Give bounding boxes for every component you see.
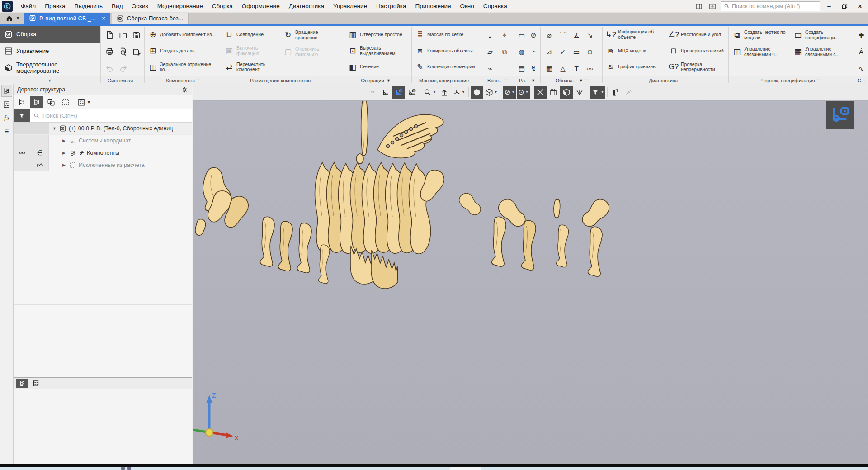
menu-management[interactable]: Управление [329, 0, 372, 12]
save-icon[interactable] [131, 29, 142, 41]
tree-numbered-view-icon[interactable] [15, 96, 29, 108]
enable-fixation-button[interactable]: ▣Включить фиксацию [223, 43, 281, 59]
toolbar-drag-handle[interactable]: ⠿ [366, 86, 379, 99]
tree-row-components[interactable]: ∈ ▶ Компоненты [14, 147, 192, 159]
create-part-button[interactable]: ⊞Создать деталь [146, 43, 219, 59]
curvature-graph-button[interactable]: ≋График кривизны [604, 59, 666, 75]
minimize-button[interactable]: – [823, 1, 835, 12]
notation-frame-icon[interactable]: ▭ [571, 46, 582, 58]
object-info-button[interactable]: ↳?Информация об объекте [604, 27, 666, 43]
display-wireframe-icon[interactable]: ▼ [484, 86, 499, 99]
mode-solid-modeling[interactable]: Твердотельное моделирование [0, 59, 100, 76]
tab-close-icon[interactable]: × [102, 15, 105, 22]
zoom-mode-icon[interactable]: ▼ [422, 86, 438, 99]
notation-leader-icon[interactable]: ↘ [584, 29, 596, 41]
notation-cylinder-icon[interactable]: ⌀ [543, 29, 555, 41]
aux-plane-offset-icon[interactable]: ⧉ [499, 46, 510, 58]
grid-array-button[interactable]: ⠿Массив по сетке [414, 27, 476, 43]
restore-button[interactable] [838, 1, 851, 12]
tree-display-options-icon[interactable]: ▼ [77, 96, 91, 108]
tree-structure-view-icon[interactable] [30, 96, 43, 108]
create-spec-button[interactable]: ▤Создать спецификаци... [792, 27, 850, 43]
save-as-icon[interactable] [131, 46, 142, 58]
filter-objects-icon[interactable]: ▼ [590, 86, 605, 99]
menu-diagnostics[interactable]: Диагностика [284, 0, 329, 12]
aux-line-icon[interactable]: ⌁ [484, 63, 496, 75]
notation-gauge-icon[interactable]: △ [557, 63, 569, 75]
menu-file[interactable]: Файл [16, 0, 40, 12]
notation-section-line-icon[interactable]: ⌒ [557, 29, 569, 41]
mirror-component-button[interactable]: ◫Зеркальное отражение ко... [146, 59, 219, 75]
viewport-canvas[interactable]: Z Y X [193, 101, 868, 464]
menu-edit[interactable]: Правка [40, 0, 70, 12]
notation-surface-icon[interactable]: ∡ [571, 29, 582, 41]
expand-arrow-icon[interactable]: ▼ [52, 126, 57, 131]
visibility-eye-icon[interactable] [14, 149, 31, 157]
panel-menu-icon[interactable]: ≡ [1, 126, 12, 138]
collision-check-button[interactable]: ⊓Проверка коллизий [667, 43, 726, 59]
ra-box-icon[interactable]: ▤ [516, 63, 528, 75]
spec-link-icon[interactable]: ∿ [855, 63, 867, 75]
ra-surface-icon[interactable]: ▭ [516, 29, 528, 41]
menu-modeling[interactable]: Моделирование [153, 0, 208, 12]
tree-row-excluded[interactable]: ▶ Исключенные из расчета [14, 159, 192, 171]
section-view-icon[interactable] [560, 86, 573, 99]
menu-help[interactable]: Справка [479, 0, 512, 12]
zones-icon[interactable] [573, 86, 586, 99]
add-component-button[interactable]: ⊕Добавить компонент из... [146, 27, 219, 43]
menu-layout[interactable]: Оформление [237, 0, 284, 12]
ra-sphere-icon[interactable]: ◍ [516, 46, 528, 58]
tree-search-input[interactable] [42, 113, 188, 119]
create-drawing-button[interactable]: ⧉Создать чертеж по модели [731, 27, 791, 43]
tree-selection-icon[interactable] [59, 96, 72, 108]
aux-point-icon[interactable]: ⟓ [484, 29, 496, 41]
menu-view[interactable]: Вид [107, 0, 127, 12]
ra-bolt-icon[interactable]: ↯ [528, 63, 539, 75]
mass-properties-button[interactable]: 🗈МЦХ модели [604, 43, 666, 59]
panel-parameters-icon[interactable] [1, 99, 12, 110]
build-mode-icon[interactable] [609, 86, 622, 99]
manage-linked-drawings-button[interactable]: ◫Управление связанными ч... [731, 43, 791, 60]
operations-dropdown-icon[interactable]: ▼ [387, 78, 391, 83]
tree-relations-icon[interactable] [44, 96, 58, 108]
pegasus-parts-group[interactable] [193, 101, 609, 289]
menu-window[interactable]: Окно [455, 0, 478, 12]
tab-inactive-document[interactable]: Сборка Пегаса без... [112, 13, 189, 24]
simple-hole-button[interactable]: ▥Отверстие простое [346, 27, 410, 43]
ra-cyl-icon[interactable]: ⊘ [528, 29, 539, 41]
mode-management[interactable]: Управление [0, 43, 100, 59]
cut-extrude-button[interactable]: ⊡Вырезать выдавливанием [346, 43, 410, 59]
display-shaded-icon[interactable] [471, 86, 483, 99]
interface-settings-icon[interactable] [707, 1, 718, 11]
home-dropdown-icon[interactable]: ▼ [16, 16, 20, 20]
aux-plane-icon[interactable]: ▱ [484, 46, 496, 58]
orientation-cube-button[interactable] [826, 101, 854, 129]
close-button[interactable]: × [854, 1, 866, 12]
disable-fixation-button[interactable]: ▢Отключить фиксацию [282, 43, 341, 60]
menu-sketch[interactable]: Эскиз [127, 0, 153, 12]
collapse-arrow-icon[interactable]: ▶ [62, 151, 67, 155]
menu-select[interactable]: Выделить [70, 0, 107, 12]
menu-assembly[interactable]: Сборка [208, 0, 237, 12]
panel-variables-icon[interactable]: ƒx [1, 112, 12, 124]
rotation-rotation-button[interactable]: ↻Вращение-вращение [282, 27, 341, 43]
new-document-icon[interactable] [104, 29, 115, 41]
aux-cs-icon[interactable]: ⌖ [499, 29, 510, 41]
menu-applications[interactable]: Приложения [410, 0, 455, 12]
tree-row-coordinate-systems[interactable]: ▶ Системы координат [14, 135, 192, 147]
tree-splitter[interactable] [14, 304, 192, 305]
tree-row-root[interactable]: ▼ (+)00.0 Р. В. (Тел-0, Сборочных единиц [14, 123, 192, 135]
collapse-arrow-icon[interactable]: ▶ [62, 138, 67, 143]
subtab-structure-icon[interactable] [16, 379, 28, 388]
distance-angle-button[interactable]: ∠?Расстояние и угол [667, 27, 726, 43]
notation-spiral-icon[interactable]: 〰 [584, 63, 596, 75]
ra-round-icon[interactable]: ◔ [528, 46, 539, 58]
geometry-collection-button[interactable]: ✎Коллекция геометрии [414, 59, 476, 75]
command-search[interactable] [721, 1, 820, 11]
manage-linked-specs-button[interactable]: ▦Управление связанными с... [792, 43, 850, 60]
measure-snap-icon[interactable] [534, 86, 547, 99]
move-component-button[interactable]: ⇄Переместить компонент [223, 59, 281, 75]
eyedropper-icon[interactable] [623, 86, 635, 99]
hidden-lines-icon[interactable]: ⊘▼ [503, 86, 516, 99]
tree-filter-icon[interactable] [14, 109, 30, 122]
